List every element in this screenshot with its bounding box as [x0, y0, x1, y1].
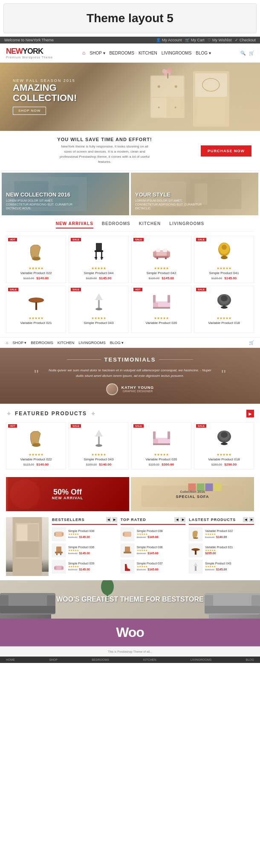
- nav2-home-icon[interactable]: ⌂: [6, 341, 8, 345]
- home-icon[interactable]: ⌂: [82, 50, 85, 56]
- product-price: $120.00 $145.00: [134, 276, 188, 280]
- promo-banner-special-sofa[interactable]: Collection 2016 SPECIAL SOFA: [131, 477, 254, 511]
- product-name: Variable Product 018: [197, 321, 251, 325]
- product-card[interactable]: HOT ★★★★★ Variable Product 020: [131, 286, 191, 333]
- nav2-cart-icon[interactable]: 🛒: [249, 340, 254, 345]
- latest-prev-btn[interactable]: ◀: [243, 517, 248, 522]
- small-product-info: Variable Product 022 ★★★★★ $115.00 $140.…: [205, 529, 254, 538]
- product-badge: SALE: [133, 424, 144, 428]
- small-product-row[interactable]: Variable Product 022 ★★★★★ $115.00 $140.…: [189, 527, 254, 541]
- product-price: [134, 326, 188, 330]
- banner-col-new-collection[interactable]: NEW COLLECTION 2016 LOREM IPSUM DOLOR SI…: [2, 173, 129, 215]
- product-card[interactable]: SALE ★★★★★ Simple Product 041 $120.00 $1…: [194, 236, 254, 283]
- product-card[interactable]: SALE ★★★★★ Variable Product 021: [6, 286, 66, 333]
- small-product-row[interactable]: Simple Product 043 ★★★★★ $160.00 $145.00: [189, 560, 254, 573]
- cart-icon[interactable]: 🛒: [249, 51, 254, 55]
- small-product-row[interactable]: Simple Product 038 ★★★★★ $100.00 $145.00: [121, 527, 186, 541]
- small-product-row[interactable]: Simple Product 039 ★★★★★ $100.00 $145.00: [52, 560, 117, 573]
- nav-shop[interactable]: SHOP ▾: [90, 51, 105, 55]
- banner-col-your-style[interactable]: YOUR STYLE LOREM IPSUM DOLOR SIT AMET, C…: [131, 173, 258, 215]
- product-card[interactable]: SALE ★★★★★ Simple Product 043: [69, 286, 129, 333]
- small-product-price: $100.00 $145.00: [137, 535, 186, 538]
- footer-link-livingrooms[interactable]: LIVINGROOMS: [191, 658, 211, 661]
- product-name: Variable Product 022: [9, 271, 63, 275]
- svg-rect-34: [165, 257, 167, 259]
- nav-blog[interactable]: BLOG ▾: [196, 51, 211, 55]
- bestsellers-title: BESTSELLERS ◀ ▶: [52, 517, 117, 525]
- footer-link-bedrooms[interactable]: BEDROOMS: [92, 658, 109, 661]
- svg-rect-33: [156, 257, 158, 259]
- search-icon[interactable]: 🔍: [240, 51, 246, 55]
- promo-desc: NewYork theme is fully responsive, it lo…: [58, 144, 151, 165]
- svg-point-73: [10, 479, 40, 509]
- tab-kitchen[interactable]: Kitchen: [139, 221, 161, 229]
- featured-product-card[interactable]: SALE ★★★★★ Simple Product 043 $160.00 $1…: [69, 422, 129, 469]
- small-product-row[interactable]: Simple Product 038 ★★★★★ $100.00 $145.00: [52, 527, 117, 541]
- nav2-blog[interactable]: BLOG ▾: [110, 341, 124, 345]
- small-product-thumb: [189, 544, 202, 557]
- product-price-old: $290.00: [211, 463, 222, 466]
- product-img: [72, 239, 126, 264]
- top-rated-next-btn[interactable]: ▶: [180, 517, 185, 522]
- admin-link-account[interactable]: 👤 My Account: [156, 38, 182, 42]
- page-title: Theme layout 5: [3, 3, 257, 33]
- product-badge: SALE: [196, 238, 206, 241]
- small-product-row[interactable]: Simple Product 037 ★★★★★ $100.00 $145.00: [121, 560, 186, 573]
- nav2-shop[interactable]: SHOP ▾: [12, 341, 26, 345]
- nav2-icons: 🛒: [249, 340, 254, 345]
- footer-link-blog[interactable]: BLOG: [246, 658, 254, 661]
- nav-livingrooms[interactable]: LIVINGROOMS: [162, 51, 192, 55]
- bestsellers-prev-btn[interactable]: ◀: [106, 517, 111, 522]
- purchase-btn[interactable]: PURCHASE NOW: [201, 145, 251, 156]
- featured-product-card[interactable]: HOT ★★★★★ Variable Product 022 $115.00 $…: [6, 422, 66, 469]
- small-product-info: Variable Product 021 ★★★★★ $205.00: [205, 546, 254, 555]
- product-price-old: $115.00: [23, 463, 34, 466]
- top-rated-prev-btn[interactable]: ◀: [174, 517, 179, 522]
- tab-bedrooms[interactable]: Bedrooms: [102, 221, 130, 229]
- featured-next-btn[interactable]: ▶: [246, 410, 254, 417]
- small-product-price-old: $160.00: [205, 568, 214, 571]
- small-product-price-old: $100.00: [68, 552, 78, 555]
- nav2-livingrooms[interactable]: LIVINGROOMS: [78, 341, 106, 345]
- nav-kitchen[interactable]: KITCHEN: [139, 51, 157, 55]
- sofa1-icon: [151, 241, 172, 262]
- small-product-row[interactable]: Simple Product 036 ★★★★★ $100.00 $145.00: [52, 544, 117, 557]
- promo-banner-new-arrival[interactable]: 50% Off NEW ARRIVAL: [6, 477, 129, 511]
- nav2-kitchen[interactable]: KITCHEN: [58, 341, 75, 345]
- svg-rect-28: [101, 257, 103, 258]
- footer-link-kitchen[interactable]: KITCHEN: [143, 658, 156, 661]
- nav-bedrooms[interactable]: BEDROOMS: [110, 51, 134, 55]
- product-card[interactable]: SALE ★★★★★ Simple Product 042 $120.00: [131, 236, 191, 283]
- admin-link-checkout[interactable]: ✓ Checkout: [235, 38, 256, 42]
- small-product-row[interactable]: Variable Product 021 ★★★★★ $205.00: [189, 544, 254, 557]
- svg-point-7: [174, 107, 176, 108]
- banner1-desc: LOREM IPSUM DOLOR SIT AMET, CONSECTETUR …: [6, 199, 74, 210]
- small-product-img: [190, 528, 202, 540]
- nav2-bedrooms[interactable]: BEDROOMS: [31, 341, 53, 345]
- bestsellers-next-btn[interactable]: ▶: [112, 517, 117, 522]
- svg-rect-78: [214, 483, 222, 491]
- footer-link-home[interactable]: HOME: [6, 658, 15, 661]
- product-card[interactable]: SALE ★★★★★ Variable Product 018: [194, 286, 254, 333]
- product-name: Variable Product 018: [197, 457, 251, 461]
- small-product-row[interactable]: Simple Product 036 ★★★★★ $100.00 $145.00: [121, 544, 186, 557]
- footer-link-shop[interactable]: SHOP: [49, 658, 58, 661]
- featured-product-card[interactable]: SALE ★★★★★ Variable Product 018 $290.00 …: [194, 422, 254, 469]
- hero-banner: NEW FALL SEASON 2015 AMAZINGCOLLECTION! …: [0, 63, 260, 131]
- admin-link-cart[interactable]: 🛒 My Cart: [185, 38, 204, 42]
- logo[interactable]: NEWYORK Premium Wordpress Theme: [6, 47, 53, 59]
- tab-new-arrivals[interactable]: New Arrivals: [56, 221, 93, 229]
- svg-marker-59: [95, 430, 103, 437]
- admin-link-wishlist[interactable]: ♡ My Wishlist: [208, 38, 231, 42]
- svg-rect-25: [95, 252, 97, 260]
- latest-next-btn[interactable]: ▶: [249, 517, 254, 522]
- product-card[interactable]: HOT ★★★★★ Variable Product 022 $110.00 $…: [6, 236, 66, 283]
- featured-product-card[interactable]: SALE ★★★★★ Variable Product 020 $235.00 …: [131, 422, 191, 469]
- svg-rect-36: [163, 249, 167, 252]
- promo2-collection: Collection 2016: [176, 489, 209, 493]
- product-card[interactable]: SALE ★★★★★ Simple Product 044 $120.00 $1…: [69, 236, 129, 283]
- product-price-new: $140.00: [36, 276, 49, 280]
- hero-shop-btn[interactable]: SHOP NOW: [13, 107, 46, 115]
- product-price-new: $290.00: [224, 463, 237, 466]
- tab-livingrooms[interactable]: Livingrooms: [169, 221, 204, 229]
